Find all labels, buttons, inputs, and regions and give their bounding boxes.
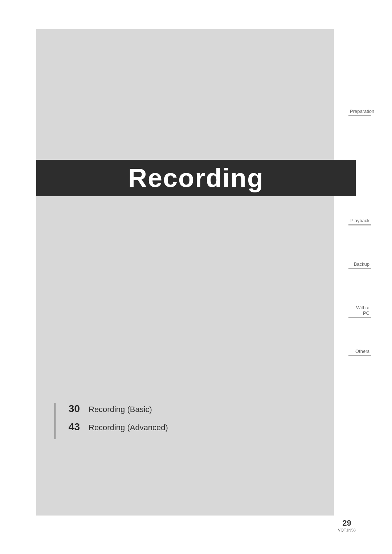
toc-number-1: 30 <box>58 403 80 415</box>
page-number-section: 29 VQT1N58 <box>338 518 356 532</box>
recording-title-box: Recording <box>36 160 356 196</box>
backup-label: Backup <box>348 260 371 268</box>
others-label: Others <box>348 347 371 355</box>
toc-text-2: Recording (Advanced) <box>89 423 168 432</box>
toc-container: 30 Recording (Basic) 43 Recording (Advan… <box>58 403 276 439</box>
toc-line <box>54 403 56 439</box>
toc-number-2: 43 <box>58 421 80 433</box>
others-bar <box>348 355 371 356</box>
toc-entry-2: 43 Recording (Advanced) <box>58 421 276 433</box>
preparation-label: Preparation <box>348 107 371 115</box>
playback-bar <box>348 224 371 225</box>
preparation-bar <box>348 115 371 116</box>
playback-label: Playback <box>348 216 371 224</box>
playback-tab[interactable]: Playback <box>348 216 371 225</box>
with-a-pc-bar <box>348 317 371 318</box>
page-background <box>36 29 334 516</box>
page-number: 29 <box>338 518 356 528</box>
others-tab[interactable]: Others <box>348 347 371 356</box>
toc-text-1: Recording (Basic) <box>89 405 152 414</box>
page-code: VQT1N58 <box>338 528 356 532</box>
backup-tab[interactable]: Backup <box>348 260 371 269</box>
recording-title: Recording <box>128 163 264 193</box>
with-a-pc-label: With a PC <box>348 304 371 317</box>
with-a-pc-tab[interactable]: With a PC <box>348 304 371 318</box>
preparation-tab[interactable]: Preparation <box>348 107 371 116</box>
backup-bar <box>348 268 371 269</box>
toc-entry-1: 30 Recording (Basic) <box>58 403 276 415</box>
